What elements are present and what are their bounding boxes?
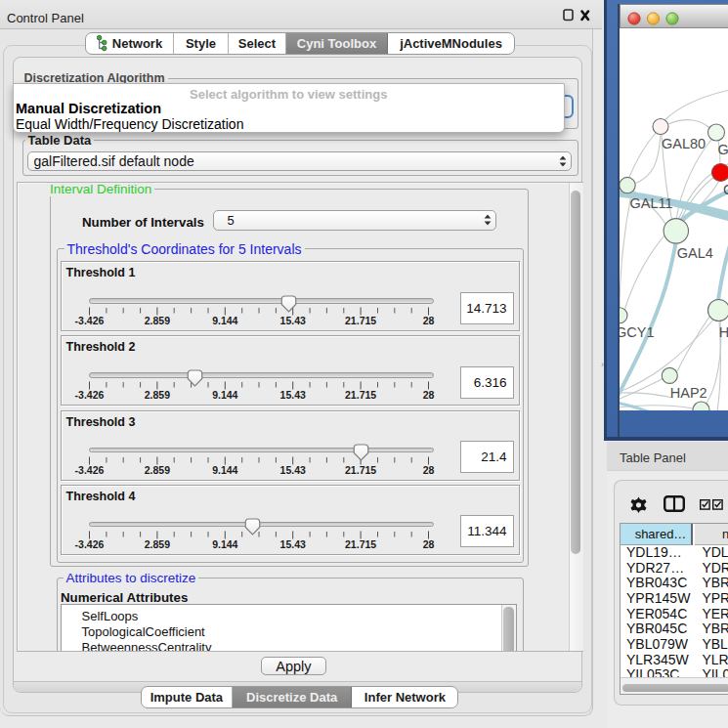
svg-text:HAP2: HAP2 <box>669 385 707 401</box>
svg-text:GAL11: GAL11 <box>629 195 672 211</box>
svg-text:HIS: HIS <box>718 324 728 340</box>
svg-text:CDC: CDC <box>723 182 728 197</box>
svg-text:GAL4: GAL4 <box>676 245 712 261</box>
svg-text:GAL80: GAL80 <box>662 136 706 151</box>
svg-text:GAL2: GAL2 <box>717 142 728 157</box>
svg-text:GCY1: GCY1 <box>620 324 655 340</box>
